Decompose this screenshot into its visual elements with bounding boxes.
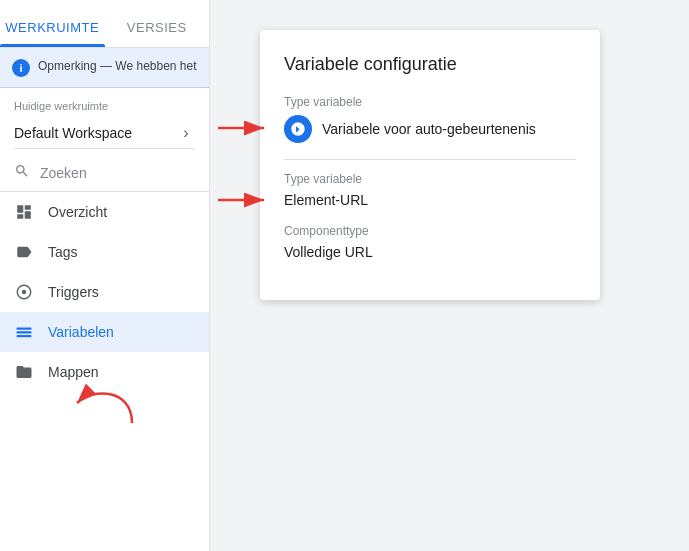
type-variable-section-1: Type variabele Variabele voor auto-gebeu… <box>284 95 576 143</box>
sidebar-item-triggers-label: Triggers <box>48 284 99 300</box>
type-variable-value-1: Variabele voor auto-gebeurtenenis <box>322 121 536 137</box>
chevron-right-icon: › <box>177 124 195 142</box>
sidebar-tabs: WERKRUIMTE VERSIES <box>0 0 209 48</box>
tab-werkruimte[interactable]: WERKRUIMTE <box>0 20 105 47</box>
type-variable-label-2: Type variabele <box>284 172 576 186</box>
tag-icon <box>14 242 34 262</box>
sidebar-item-variabelen-label: Variabelen <box>48 324 114 340</box>
search-bar[interactable]: Zoeken <box>0 155 209 192</box>
sidebar-item-mappen-label: Mappen <box>48 364 99 380</box>
config-card: Variabele configuratie Type variabele Va… <box>260 30 600 300</box>
workspace-section: Huidige werkruimte Default Workspace › <box>0 88 209 155</box>
type-variable-section-2: Type variabele Element-URL <box>284 172 576 208</box>
card-title: Variabele configuratie <box>284 54 576 75</box>
sidebar-item-tags[interactable]: Tags <box>0 232 209 272</box>
overview-icon <box>14 202 34 222</box>
svg-rect-4 <box>17 335 32 337</box>
variable-icon <box>14 322 34 342</box>
folder-icon <box>14 362 34 382</box>
trigger-icon <box>14 282 34 302</box>
svg-rect-2 <box>17 328 32 330</box>
info-bar: i Opmerking — We hebben het <box>0 48 209 88</box>
workspace-name: Default Workspace <box>14 125 132 141</box>
sidebar: WERKRUIMTE VERSIES i Opmerking — We hebb… <box>0 0 210 551</box>
auto-event-icon <box>284 115 312 143</box>
info-text: Opmerking — We hebben het <box>38 58 197 75</box>
arrow-to-element-url <box>218 185 273 219</box>
divider-1 <box>284 159 576 160</box>
arrow-to-type-variable <box>218 113 273 147</box>
sidebar-item-overzicht[interactable]: Overzicht <box>0 192 209 232</box>
sidebar-item-mappen[interactable]: Mappen <box>0 352 209 392</box>
svg-rect-3 <box>17 331 32 333</box>
sidebar-item-overzicht-label: Overzicht <box>48 204 107 220</box>
type-variable-value-2: Element-URL <box>284 192 368 208</box>
sidebar-item-tags-label: Tags <box>48 244 78 260</box>
component-type-section: Componenttype Volledige URL <box>284 224 576 260</box>
component-type-row: Volledige URL <box>284 244 576 260</box>
type-variable-label-1: Type variabele <box>284 95 576 109</box>
component-type-value: Volledige URL <box>284 244 373 260</box>
search-icon <box>14 163 30 183</box>
workspace-selector[interactable]: Default Workspace › <box>14 118 195 149</box>
sidebar-item-triggers[interactable]: Triggers <box>0 272 209 312</box>
sidebar-item-variabelen[interactable]: Variabelen <box>0 312 209 352</box>
type-variable-row-1: Variabele voor auto-gebeurtenenis <box>284 115 576 143</box>
type-variable-row-2: Element-URL <box>284 192 576 208</box>
search-placeholder: Zoeken <box>40 165 87 181</box>
svg-point-1 <box>22 290 27 295</box>
tab-versies[interactable]: VERSIES <box>105 20 210 47</box>
main-content: Variabele configuratie Type variabele Va… <box>210 0 689 551</box>
info-icon: i <box>12 59 30 77</box>
component-type-label: Componenttype <box>284 224 576 238</box>
workspace-label: Huidige werkruimte <box>14 100 195 112</box>
